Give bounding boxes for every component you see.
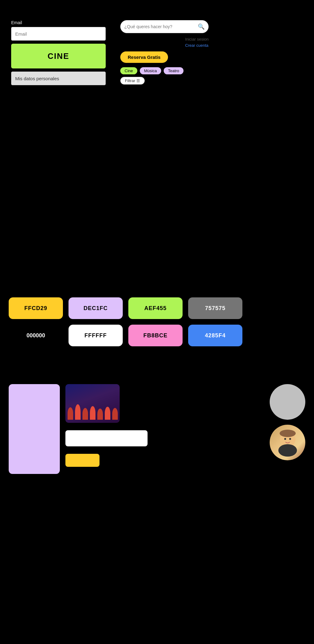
- yellow-button-placeholder: [65, 454, 100, 467]
- swatch-label: FB8BCE: [143, 332, 167, 339]
- auth-links: Iniciar sesion Crear cuenta: [185, 36, 209, 48]
- swatch-label: DEC1FC: [83, 305, 108, 312]
- cinema-image: [65, 384, 120, 423]
- mis-datos-button[interactable]: Mis datos personales: [11, 72, 106, 85]
- svg-point-4: [280, 430, 296, 437]
- swatch-label: FFCD29: [24, 305, 47, 312]
- swatch-label: 000000: [26, 332, 45, 339]
- filter-chips: Cine Música Teatro Filtrar ☰: [120, 67, 209, 85]
- chip-cine[interactable]: Cine: [120, 67, 137, 74]
- swatch-label: FFFFFF: [85, 332, 107, 339]
- crear-cuenta-button[interactable]: Crear cuenta: [185, 43, 208, 48]
- right-assets: [270, 384, 305, 460]
- search-icon[interactable]: 🔍: [198, 23, 205, 30]
- volver-button[interactable]: Vover átras: [120, 40, 142, 45]
- swatch-aef455: AEF455: [128, 297, 183, 319]
- swatch-757575: 757575: [188, 297, 242, 319]
- cine-button[interactable]: CINE: [11, 44, 106, 68]
- avatar-woman: [270, 425, 305, 460]
- iniciar-sesion-button[interactable]: Iniciar sesion: [185, 37, 209, 42]
- avatar-placeholder-gray: [270, 384, 305, 420]
- swatch-label: 757575: [205, 305, 225, 312]
- color-swatches: FFCD29 DEC1FC AEF455 757575 000000 FFFFF…: [9, 297, 244, 346]
- white-input-placeholder: [65, 430, 148, 446]
- swatch-000000-label: 000000: [9, 325, 63, 346]
- svg-point-1: [278, 444, 297, 457]
- purple-card: [9, 384, 60, 474]
- swatch-ffffff: FFFFFF: [69, 325, 123, 346]
- cinema-column: [65, 384, 148, 467]
- search-bar: 🔍: [120, 20, 209, 33]
- email-input[interactable]: [11, 27, 106, 41]
- swatch-fb8bce: FB8BCE: [128, 325, 183, 346]
- swatch-4285f4: 4285F4: [188, 325, 242, 346]
- svg-point-3: [289, 438, 291, 440]
- right-panel: 🔍 Vover átras Iniciar sesion Crear cuent…: [120, 20, 209, 85]
- email-label: Email: [11, 20, 106, 25]
- swatch-label: 4285F4: [205, 332, 226, 339]
- svg-point-2: [284, 438, 286, 440]
- chip-teatro[interactable]: Teatro: [164, 67, 184, 74]
- reserva-gratis-button[interactable]: Reserva Gratis: [120, 51, 168, 63]
- chip-musica[interactable]: Música: [140, 67, 161, 74]
- swatch-label: AEF455: [144, 305, 166, 312]
- left-panel: Email CINE Mis datos personales: [11, 20, 106, 85]
- nav-links: Vover átras Iniciar sesion Crear cuenta: [120, 36, 209, 48]
- avatar-svg: [272, 427, 303, 458]
- swatch-ffcd29: FFCD29: [9, 297, 63, 319]
- chip-filtrar[interactable]: Filtrar ☰: [120, 77, 145, 85]
- search-input[interactable]: [124, 24, 198, 29]
- swatch-dec1fc: DEC1FC: [69, 297, 123, 319]
- assets-section: [9, 384, 148, 474]
